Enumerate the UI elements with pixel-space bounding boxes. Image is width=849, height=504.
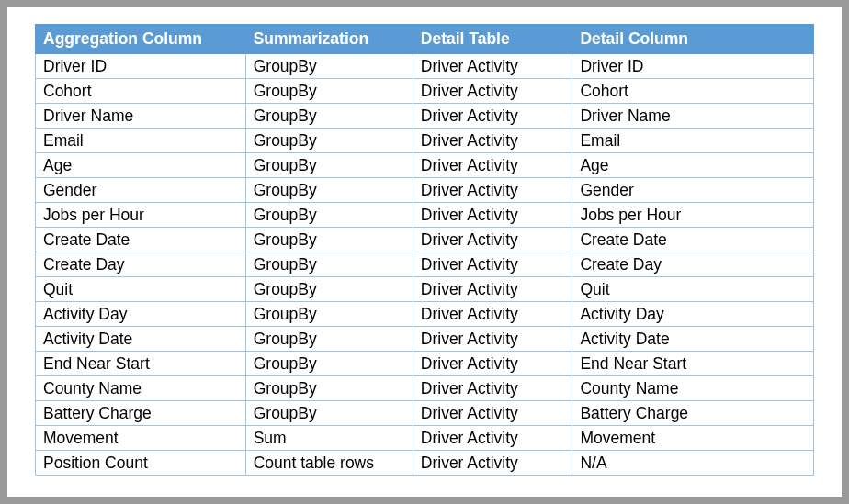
cell-detail-table: Driver Activity [413, 426, 572, 451]
table-row: Driver NameGroupByDriver ActivityDriver … [36, 104, 814, 129]
table-row: Position CountCount table rowsDriver Act… [36, 451, 814, 476]
cell-detail-column: County Name [572, 376, 814, 401]
cell-summarization: GroupBy [245, 104, 413, 129]
cell-aggregation-column: Position Count [36, 451, 246, 476]
cell-aggregation-column: Email [36, 129, 246, 153]
aggregation-table: Aggregation Column Summarization Detail … [35, 24, 814, 476]
cell-detail-table: Driver Activity [413, 178, 572, 203]
cell-aggregation-column: Driver ID [36, 54, 246, 79]
cell-summarization: GroupBy [245, 79, 413, 104]
cell-summarization: GroupBy [245, 302, 413, 327]
table-body: Driver IDGroupByDriver ActivityDriver ID… [36, 54, 814, 476]
header-aggregation-column: Aggregation Column [36, 25, 246, 54]
table-row: End Near StartGroupByDriver ActivityEnd … [36, 352, 814, 376]
cell-summarization: GroupBy [245, 376, 413, 401]
cell-detail-column: N/A [572, 451, 814, 476]
table-row: Activity DayGroupByDriver ActivityActivi… [36, 302, 814, 327]
cell-aggregation-column: Age [36, 153, 246, 178]
cell-summarization: GroupBy [245, 178, 413, 203]
cell-detail-column: Email [572, 129, 814, 153]
cell-detail-table: Driver Activity [413, 129, 572, 153]
table-row: AgeGroupByDriver ActivityAge [36, 153, 814, 178]
table-header-row: Aggregation Column Summarization Detail … [36, 25, 814, 54]
cell-detail-column: Movement [572, 426, 814, 451]
cell-detail-column: Age [572, 153, 814, 178]
table-row: EmailGroupByDriver ActivityEmail [36, 129, 814, 153]
header-summarization: Summarization [245, 25, 413, 54]
cell-aggregation-column: Create Day [36, 252, 246, 277]
cell-aggregation-column: County Name [36, 376, 246, 401]
cell-detail-table: Driver Activity [413, 54, 572, 79]
cell-summarization: GroupBy [245, 54, 413, 79]
cell-summarization: GroupBy [245, 277, 413, 302]
cell-detail-table: Driver Activity [413, 104, 572, 129]
table-row: CohortGroupByDriver ActivityCohort [36, 79, 814, 104]
cell-summarization: GroupBy [245, 401, 413, 426]
cell-detail-column: Activity Day [572, 302, 814, 327]
cell-aggregation-column: Gender [36, 178, 246, 203]
header-detail-table: Detail Table [413, 25, 572, 54]
cell-detail-table: Driver Activity [413, 153, 572, 178]
cell-detail-table: Driver Activity [413, 228, 572, 252]
cell-aggregation-column: Cohort [36, 79, 246, 104]
cell-detail-table: Driver Activity [413, 203, 572, 228]
cell-summarization: GroupBy [245, 203, 413, 228]
cell-aggregation-column: Activity Date [36, 327, 246, 352]
table-row: QuitGroupByDriver ActivityQuit [36, 277, 814, 302]
cell-detail-table: Driver Activity [413, 302, 572, 327]
cell-summarization: GroupBy [245, 252, 413, 277]
table-row: Battery ChargeGroupByDriver ActivityBatt… [36, 401, 814, 426]
cell-summarization: Count table rows [245, 451, 413, 476]
cell-detail-column: Gender [572, 178, 814, 203]
cell-detail-table: Driver Activity [413, 252, 572, 277]
cell-detail-column: End Near Start [572, 352, 814, 376]
cell-detail-table: Driver Activity [413, 401, 572, 426]
cell-detail-table: Driver Activity [413, 352, 572, 376]
cell-aggregation-column: Jobs per Hour [36, 203, 246, 228]
table-row: Jobs per HourGroupByDriver ActivityJobs … [36, 203, 814, 228]
table-row: County NameGroupByDriver ActivityCounty … [36, 376, 814, 401]
cell-aggregation-column: Driver Name [36, 104, 246, 129]
cell-aggregation-column: End Near Start [36, 352, 246, 376]
cell-aggregation-column: Battery Charge [36, 401, 246, 426]
cell-detail-column: Quit [572, 277, 814, 302]
cell-summarization: GroupBy [245, 129, 413, 153]
cell-detail-table: Driver Activity [413, 451, 572, 476]
cell-summarization: GroupBy [245, 327, 413, 352]
table-row: Create DateGroupByDriver ActivityCreate … [36, 228, 814, 252]
header-detail-column: Detail Column [572, 25, 814, 54]
cell-detail-column: Cohort [572, 79, 814, 104]
cell-aggregation-column: Movement [36, 426, 246, 451]
cell-detail-table: Driver Activity [413, 376, 572, 401]
cell-aggregation-column: Quit [36, 277, 246, 302]
cell-aggregation-column: Activity Day [36, 302, 246, 327]
cell-detail-table: Driver Activity [413, 277, 572, 302]
cell-summarization: Sum [245, 426, 413, 451]
table-row: Driver IDGroupByDriver ActivityDriver ID [36, 54, 814, 79]
table-row: MovementSumDriver ActivityMovement [36, 426, 814, 451]
cell-summarization: GroupBy [245, 228, 413, 252]
table-row: Activity DateGroupByDriver ActivityActiv… [36, 327, 814, 352]
cell-detail-column: Create Day [572, 252, 814, 277]
cell-detail-column: Activity Date [572, 327, 814, 352]
cell-detail-table: Driver Activity [413, 327, 572, 352]
table-row: GenderGroupByDriver ActivityGender [36, 178, 814, 203]
cell-detail-column: Driver Name [572, 104, 814, 129]
cell-aggregation-column: Create Date [36, 228, 246, 252]
cell-detail-column: Jobs per Hour [572, 203, 814, 228]
cell-summarization: GroupBy [245, 352, 413, 376]
table-container: Aggregation Column Summarization Detail … [7, 7, 842, 497]
cell-detail-column: Battery Charge [572, 401, 814, 426]
cell-detail-column: Create Date [572, 228, 814, 252]
cell-detail-table: Driver Activity [413, 79, 572, 104]
cell-detail-column: Driver ID [572, 54, 814, 79]
cell-summarization: GroupBy [245, 153, 413, 178]
table-row: Create DayGroupByDriver ActivityCreate D… [36, 252, 814, 277]
